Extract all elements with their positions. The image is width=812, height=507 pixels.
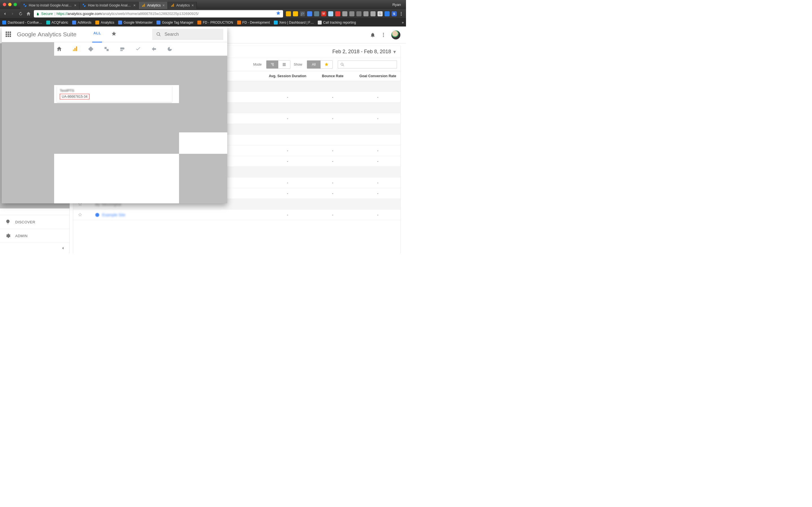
ext-icon[interactable]: S bbox=[392, 11, 397, 16]
bookmark-label: Analytics bbox=[101, 20, 114, 24]
bookmark-item[interactable]: Call tracking reporting bbox=[318, 20, 356, 24]
bookmark-item[interactable]: Dashboard - Conflue… bbox=[2, 20, 42, 24]
chrome-menu-icon[interactable] bbox=[399, 11, 404, 16]
mode-toggle bbox=[266, 60, 290, 69]
overlay-search-input[interactable] bbox=[164, 32, 219, 37]
ext-icon[interactable] bbox=[356, 11, 361, 16]
sidebar-collapse[interactable] bbox=[0, 242, 69, 253]
browser-tab[interactable]: Analytics × bbox=[168, 2, 197, 9]
col-avg-session[interactable]: Avg. Session Duration bbox=[265, 71, 310, 81]
bookmark-label: Call tracking reporting bbox=[323, 20, 356, 24]
gear-icon bbox=[5, 233, 11, 238]
bookmark-item[interactable]: FD - Development bbox=[237, 20, 270, 24]
ext-icon[interactable] bbox=[370, 11, 375, 16]
ext-icon[interactable]: f? bbox=[300, 11, 305, 16]
browser-tab[interactable]: How to install Google Analytic × bbox=[20, 2, 80, 9]
avatar[interactable] bbox=[391, 31, 400, 40]
bookmark-item[interactable]: Google Webmaster bbox=[118, 20, 153, 24]
star-toggle[interactable] bbox=[73, 212, 87, 217]
macos-menu-user[interactable]: Ryan bbox=[393, 3, 403, 7]
tab-title: Analytics bbox=[147, 3, 161, 7]
ext-icon[interactable] bbox=[363, 11, 368, 16]
table-row[interactable]: Example Site - - - bbox=[73, 210, 400, 220]
cell-goal: - bbox=[355, 95, 400, 99]
bookmarks-overflow[interactable]: » bbox=[402, 20, 404, 24]
audience-icon[interactable] bbox=[167, 46, 173, 52]
address-bar[interactable]: Secure | https://analytics.google.com/an… bbox=[34, 10, 283, 17]
ext-icon[interactable] bbox=[335, 11, 340, 16]
svg-rect-13 bbox=[74, 48, 75, 51]
reload-button[interactable] bbox=[18, 11, 23, 16]
maximize-window[interactable] bbox=[13, 3, 17, 6]
ext-icon[interactable]: M bbox=[321, 11, 326, 16]
bookmark-item[interactable]: Google Tag Manager bbox=[156, 20, 193, 24]
browser-tab[interactable]: Analytics × bbox=[139, 2, 168, 9]
col-goal-conv[interactable]: Goal Conversion Rate bbox=[355, 71, 400, 81]
home-button[interactable] bbox=[26, 11, 31, 16]
bookmark-item[interactable]: FD - PRODUCTION bbox=[197, 20, 233, 24]
ext-icon[interactable] bbox=[342, 11, 347, 16]
close-tab-icon[interactable]: × bbox=[192, 3, 194, 7]
ext-icon[interactable] bbox=[349, 11, 354, 16]
sidebar-item-admin[interactable]: ADMIN bbox=[0, 229, 69, 242]
col-bounce-rate[interactable]: Bounce Rate bbox=[310, 71, 355, 81]
favicon bbox=[170, 3, 174, 7]
surveys-icon[interactable] bbox=[135, 46, 141, 52]
mode-flat-button[interactable] bbox=[278, 61, 290, 68]
bookmark-item[interactable]: Analytics bbox=[95, 20, 114, 24]
bookmark-favicon bbox=[118, 20, 122, 24]
svg-rect-3 bbox=[171, 6, 172, 7]
redaction-block bbox=[54, 56, 179, 85]
datastudio-icon[interactable] bbox=[119, 46, 125, 52]
tagmanager-icon[interactable] bbox=[88, 46, 94, 52]
tab-title: How to install Google Analytic bbox=[88, 3, 132, 7]
optimize-icon[interactable] bbox=[103, 46, 110, 52]
table-filter-input[interactable] bbox=[338, 61, 397, 68]
svg-rect-4 bbox=[172, 5, 173, 7]
ext-icon[interactable] bbox=[328, 11, 333, 16]
ext-icon[interactable] bbox=[286, 11, 291, 16]
bookmark-item[interactable]: ACQFabric bbox=[46, 20, 68, 24]
close-tab-icon[interactable]: × bbox=[162, 3, 165, 7]
mode-tree-button[interactable] bbox=[266, 61, 278, 68]
home-icon[interactable] bbox=[56, 46, 62, 52]
apps-grid-icon[interactable] bbox=[6, 32, 11, 37]
bookmark-item[interactable]: Xero | Dashboard | F… bbox=[274, 20, 314, 24]
close-window[interactable] bbox=[3, 3, 6, 6]
property-name-blurred: TestPTS bbox=[60, 89, 169, 93]
bookmark-item[interactable]: AdWords bbox=[72, 20, 91, 24]
ext-icon[interactable] bbox=[293, 11, 298, 16]
ext-icon[interactable] bbox=[307, 11, 312, 16]
ext-icon[interactable] bbox=[385, 11, 390, 16]
property-card[interactable]: TestPTS UA-86667815-34 bbox=[57, 86, 172, 102]
ext-icon[interactable]: G bbox=[377, 11, 383, 16]
chevron-down-icon: ▾ bbox=[393, 49, 396, 55]
overlay-tab-starred[interactable] bbox=[110, 26, 118, 43]
browser-tab[interactable]: How to install Google Analytic × bbox=[80, 2, 139, 9]
minimize-window[interactable] bbox=[8, 3, 11, 6]
secure-label: Secure bbox=[41, 11, 53, 16]
close-tab-icon[interactable]: × bbox=[74, 3, 77, 7]
cell-bounce: - bbox=[310, 213, 355, 217]
attribution-icon[interactable] bbox=[151, 46, 157, 52]
favicon bbox=[82, 3, 86, 7]
bookmark-label: AdWords bbox=[78, 20, 91, 24]
ext-icon[interactable] bbox=[314, 11, 319, 16]
overlay-tabs: ALL bbox=[92, 26, 118, 43]
bookmark-favicon bbox=[318, 20, 322, 24]
show-starred-button[interactable] bbox=[320, 61, 333, 68]
close-tab-icon[interactable]: × bbox=[133, 3, 136, 7]
svg-rect-12 bbox=[73, 49, 74, 51]
redaction-block bbox=[179, 56, 227, 132]
more-menu-icon[interactable] bbox=[380, 32, 386, 38]
show-all-button[interactable]: All bbox=[307, 61, 320, 68]
notifications-icon[interactable] bbox=[370, 32, 375, 38]
back-button[interactable] bbox=[2, 11, 7, 16]
analytics-icon[interactable] bbox=[72, 46, 78, 52]
overlay-search[interactable] bbox=[152, 29, 223, 40]
bookmark-star-icon[interactable] bbox=[276, 11, 281, 17]
overlay-tab-all[interactable]: ALL bbox=[92, 26, 102, 43]
forward-button[interactable] bbox=[10, 11, 15, 16]
sidebar-item-discover[interactable]: DISCOVER bbox=[0, 215, 69, 229]
browser-tabs: How to install Google Analytic × How to … bbox=[20, 0, 393, 9]
